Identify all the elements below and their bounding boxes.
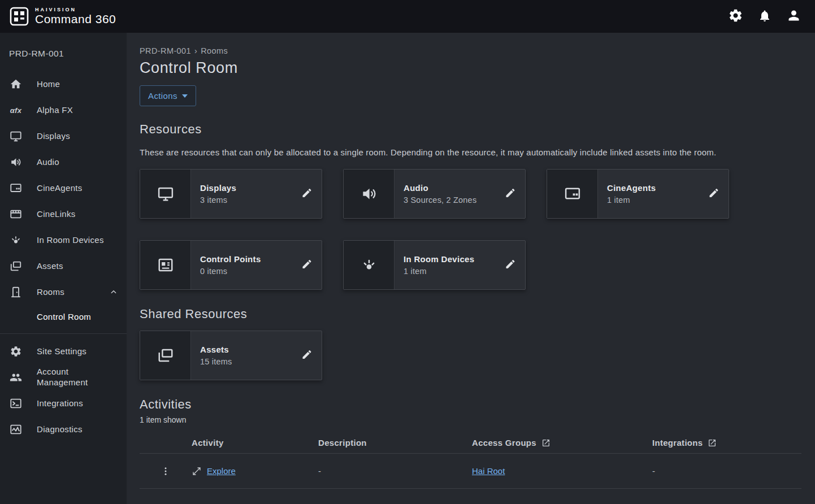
diagnostics-icon <box>9 423 23 436</box>
integrations-cell: - <box>652 466 801 476</box>
external-link-icon[interactable] <box>541 438 550 447</box>
in-room-devices-icon <box>9 234 23 246</box>
alpha-fx-icon: αfx <box>9 106 23 115</box>
sidebar-item-label: Assets <box>37 261 63 272</box>
external-link-icon[interactable] <box>708 438 717 447</box>
chevron-up-icon <box>110 288 118 296</box>
edit-button[interactable] <box>505 259 516 272</box>
card-title: In Room Devices <box>404 254 500 264</box>
display-icon <box>9 130 23 142</box>
sidebar-item-alpha-fx[interactable]: αfx Alpha FX <box>0 97 127 123</box>
actions-button[interactable]: Actions <box>140 85 196 106</box>
description-cell: - <box>318 466 472 476</box>
sidebar-item-label: Site Settings <box>37 346 86 357</box>
account-button[interactable] <box>786 8 801 25</box>
activities-table: Activity Description Access Groups Integ… <box>140 432 801 489</box>
sidebar-item-control-room[interactable]: Control Room <box>0 305 127 329</box>
product-name: Command 360 <box>35 13 116 25</box>
sidebar-item-rooms[interactable]: Rooms <box>0 279 127 305</box>
assets-icon <box>9 260 23 272</box>
main-content: PRD-RM-001›Rooms Control Room Actions Re… <box>127 33 815 504</box>
person-icon <box>786 8 801 25</box>
cinelinks-icon <box>9 208 23 220</box>
breadcrumb-site[interactable]: PRD-RM-001 <box>140 46 191 55</box>
sidebar-item-label: Account Management <box>37 367 105 388</box>
pencil-icon <box>301 188 313 201</box>
pencil-icon <box>505 259 516 272</box>
sidebar-item-assets[interactable]: Assets <box>0 253 127 279</box>
column-header-label: Integrations <box>652 438 703 447</box>
table-header-row: Activity Description Access Groups Integ… <box>140 432 801 454</box>
pencil-icon <box>505 188 516 201</box>
edit-button[interactable] <box>301 349 313 362</box>
activity-link[interactable]: Explore <box>207 466 236 476</box>
sidebar-item-cineagents[interactable]: CineAgents <box>0 175 127 201</box>
card-title: Assets <box>200 345 297 354</box>
access-group-link[interactable]: Hai Root <box>472 466 505 476</box>
activities-heading: Activities <box>140 397 801 412</box>
card-subtitle: 3 Sources, 2 Zones <box>404 195 500 205</box>
sidebar-item-label: Rooms <box>37 287 64 298</box>
sidebar-item-label: Alpha FX <box>37 105 73 116</box>
column-header-description: Description <box>318 438 472 447</box>
kebab-menu-button[interactable] <box>158 464 173 479</box>
settings-button[interactable] <box>728 8 743 25</box>
display-icon <box>140 170 191 218</box>
notifications-button[interactable] <box>758 9 771 24</box>
sidebar-item-label: CineAgents <box>37 183 83 194</box>
card-subtitle: 1 item <box>404 267 500 276</box>
sidebar-item-in-room-devices[interactable]: In Room Devices <box>0 227 127 253</box>
sidebar-item-integrations[interactable]: Integrations <box>0 390 127 416</box>
access-groups-cell: Hai Root <box>472 466 652 476</box>
edit-button[interactable] <box>301 188 313 201</box>
edit-button[interactable] <box>301 259 313 272</box>
gear-icon <box>9 345 23 358</box>
sidebar-item-label: Audio <box>37 157 59 168</box>
page-title: Control Room <box>140 59 801 77</box>
breadcrumb-rooms[interactable]: Rooms <box>201 46 228 55</box>
breadcrumb-separator: › <box>194 46 197 55</box>
speaker-icon <box>344 170 395 218</box>
edit-button[interactable] <box>708 188 719 201</box>
haivision-logo-icon <box>9 6 29 27</box>
chevron-down-icon <box>182 94 188 98</box>
edit-button[interactable] <box>505 188 516 201</box>
resources-description: These are resources that can only be all… <box>140 146 790 159</box>
sidebar-item-displays[interactable]: Displays <box>0 123 127 149</box>
shared-resources-heading: Shared Resources <box>140 307 801 321</box>
app-window: HAIVISION Command 360 PRD-RM-001 Home αf… <box>0 0 815 504</box>
column-header-access-groups: Access Groups <box>472 438 652 447</box>
topbar: HAIVISION Command 360 <box>0 0 815 33</box>
resource-card-displays: Displays 3 items <box>140 169 322 219</box>
sidebar-item-account-management[interactable]: Account Management <box>0 364 127 390</box>
cineagents-icon <box>9 182 23 194</box>
in-room-devices-icon <box>344 241 395 289</box>
sidebar-item-label: Diagnostics <box>37 424 83 435</box>
sidebar: PRD-RM-001 Home αfx Alpha FX Displays Au… <box>0 33 127 504</box>
pencil-icon <box>708 188 719 201</box>
sidebar-item-label: Displays <box>37 131 70 142</box>
home-icon <box>9 78 23 90</box>
sidebar-item-home[interactable]: Home <box>0 71 127 97</box>
sidebar-item-label: Integrations <box>37 398 83 409</box>
explore-icon <box>192 466 202 476</box>
resource-card-assets: Assets 15 items <box>140 331 322 380</box>
topbar-actions <box>728 8 801 25</box>
resources-card-row-2: Control Points 0 items In Room Devices 1… <box>140 240 801 290</box>
card-subtitle: 15 items <box>200 357 297 366</box>
actions-button-label: Actions <box>148 91 177 101</box>
control-points-icon <box>140 241 191 289</box>
speaker-icon <box>9 156 23 168</box>
sidebar-item-site-settings[interactable]: Site Settings <box>0 338 127 364</box>
sidebar-item-label: Home <box>37 79 60 90</box>
rooms-icon <box>9 286 23 298</box>
people-icon <box>9 371 23 384</box>
bell-icon <box>758 9 771 24</box>
breadcrumb: PRD-RM-001›Rooms <box>140 46 801 55</box>
sidebar-item-diagnostics[interactable]: Diagnostics <box>0 416 127 442</box>
sidebar-site-label: PRD-RM-001 <box>0 44 127 71</box>
resource-card-control-points: Control Points 0 items <box>140 240 322 290</box>
sidebar-item-cinelinks[interactable]: CineLinks <box>0 201 127 227</box>
terminal-icon <box>9 397 23 410</box>
sidebar-item-audio[interactable]: Audio <box>0 149 127 175</box>
